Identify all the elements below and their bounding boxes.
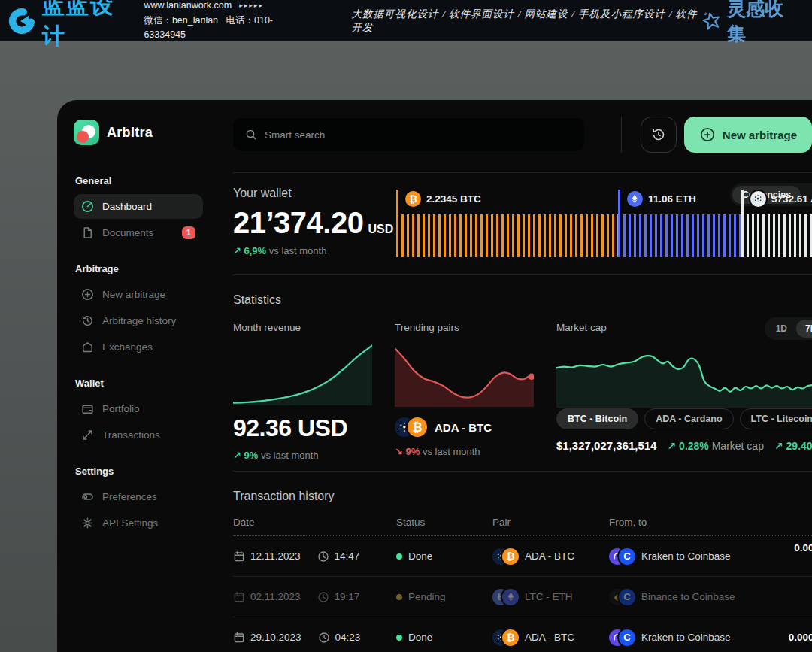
- coin-pill-ada[interactable]: ADA - Cardano: [644, 408, 733, 429]
- btc-coin-icon: ₿: [502, 629, 519, 646]
- transaction-amount: 0.0021: [794, 540, 812, 572]
- new-arbitrage-label: New arbitrage: [723, 129, 797, 141]
- transaction-row[interactable]: 12.11.202314:47Done₿ADA - BTCCKraken to …: [233, 536, 812, 577]
- transaction-date: 29.10.2023: [250, 632, 301, 643]
- main-content: New arbitrage Your wallet 21’374.20USD ↗…: [218, 100, 812, 652]
- sidebar-item-portfolio[interactable]: Portfolio: [74, 396, 203, 421]
- sidebar-item-dashboard[interactable]: Dashboard: [74, 194, 203, 219]
- col-status: Status: [396, 517, 492, 535]
- sidebar-item-label: Preferences: [102, 491, 157, 502]
- route-label: Binance to Coinbase: [641, 591, 735, 602]
- trending-pairs-card: Trending pairs ₿ ADA - BTC ↘ 9% vs last …: [395, 322, 534, 457]
- wallet-icon: [81, 402, 94, 415]
- lanlan-logo-icon: [8, 6, 36, 36]
- banner-contact: www.lanlanwork.com ▸▸▸▸▸ 微信：ben_lanlan 电…: [144, 0, 306, 43]
- wallet-title: Your wallet: [233, 187, 292, 200]
- status-dot: [396, 553, 402, 560]
- market-cap-stats: $1,327,027,361,514 ↗ 0.28% Market cap ↗ …: [556, 439, 812, 452]
- status-label: Done: [408, 632, 432, 643]
- sidebar-item-preferences[interactable]: Preferences: [74, 484, 203, 509]
- col-from-to: From, to: [609, 517, 752, 535]
- pair-icons: ₿: [395, 417, 427, 437]
- inspiration-collect-button[interactable]: 灵感收集: [701, 0, 798, 46]
- clock-icon: [317, 591, 329, 603]
- col-date: Date: [233, 517, 396, 535]
- sidebar-item-label: Exchanges: [102, 341, 153, 353]
- sidebar: Arbitra GeneralDashboardDocuments1Arbitr…: [57, 100, 218, 652]
- status-dot: [396, 635, 402, 641]
- table-header: Date Status Pair From, to: [233, 517, 812, 536]
- status-label: Pending: [408, 591, 446, 602]
- transaction-date: 12.11.2023: [250, 550, 301, 562]
- nav-section-arbitrage: ArbitrageNew arbitrageArbitrage historyE…: [74, 263, 203, 359]
- api-icon: [81, 517, 94, 529]
- month-revenue-change: ↗ 9% vs last month: [233, 450, 372, 461]
- document-icon: [81, 226, 94, 239]
- coinbase-coin-icon: C: [619, 548, 635, 565]
- nav-section-label: Settings: [75, 465, 203, 477]
- coin-pill-ltc[interactable]: LTC - Litecoin: [740, 408, 812, 429]
- range-7d[interactable]: 7D: [796, 320, 812, 338]
- plus-circle-icon: [699, 126, 716, 143]
- search-box[interactable]: [233, 118, 584, 151]
- history-button[interactable]: [641, 117, 677, 153]
- transaction-amount: 0.0000: [789, 629, 812, 646]
- sidebar-item-new-arbitrage[interactable]: New arbitrage: [74, 282, 203, 307]
- status-label: Done: [408, 550, 432, 562]
- pair-label: LTC - ETH: [525, 591, 573, 602]
- range-1d[interactable]: 1D: [767, 320, 796, 338]
- arbitra-logo-icon: [74, 120, 99, 145]
- sidebar-item-label: Transactions: [102, 429, 160, 441]
- transaction-time: 19:17: [335, 591, 360, 602]
- star-icon: [701, 11, 722, 32]
- holding-ticks: [396, 214, 618, 257]
- btc-coin-icon: ₿: [408, 417, 427, 437]
- calendar-icon: [233, 550, 245, 563]
- notification-badge: 1: [182, 226, 195, 239]
- holding-amount: 11.06 ETH: [648, 193, 696, 205]
- sidebar-item-transactions[interactable]: Transactions: [74, 423, 203, 447]
- nav-section-general: GeneralDashboardDocuments1: [74, 175, 203, 245]
- new-arbitrage-button[interactable]: New arbitrage: [684, 117, 812, 153]
- route-label: Kraken to Coinbase: [641, 550, 731, 562]
- transaction-row[interactable]: 29.10.202304:23Done₿ADA - BTCCKraken to …: [233, 617, 812, 652]
- btc-coin-icon: ₿: [502, 548, 519, 565]
- coinbase-coin-icon: C: [619, 629, 635, 646]
- market-cap-change: ↗ 0.28% Market cap: [667, 440, 763, 452]
- sidebar-item-exchanges[interactable]: Exchanges: [74, 335, 203, 359]
- nav-section-label: Arbitrage: [75, 263, 203, 274]
- holding-segment-ada: 5732.61 ADA: [741, 190, 812, 257]
- holding-amount: 2.2345 BTC: [426, 193, 481, 205]
- wallet-currency: USD: [368, 223, 393, 235]
- month-revenue-card: Month revenue 92.36 USD ↗ 9% vs last mon…: [233, 322, 372, 461]
- coinbase-coin-icon: C: [619, 589, 635, 605]
- route-label: Kraken to Coinbase: [641, 632, 731, 643]
- sidebar-item-label: New arbitrage: [102, 289, 165, 300]
- search-input[interactable]: [265, 129, 572, 141]
- month-revenue-value: 92.36 USD: [233, 414, 372, 442]
- market-cap-pills: BTC - BitcoinADA - CardanoLTC - Litecoin…: [556, 408, 812, 429]
- coin-pill-btc[interactable]: BTC - Bitcoin: [556, 408, 638, 429]
- lanlan-logo-text: 蓝蓝设计: [42, 0, 133, 52]
- eth-coin-icon: [627, 191, 643, 207]
- month-revenue-chart: [233, 344, 372, 405]
- clock-icon: [318, 632, 330, 644]
- calendar-icon: [233, 591, 245, 603]
- dashboard-icon: [81, 200, 94, 213]
- pair-label: ADA - BTC: [525, 550, 574, 562]
- sidebar-item-label: Portfolio: [102, 403, 140, 414]
- search-icon: [245, 129, 257, 141]
- transaction-history-section: Transaction history Date Status Pair Fro…: [218, 490, 812, 652]
- plus-circle-icon: [81, 288, 94, 301]
- sidebar-item-documents[interactable]: Documents1: [74, 220, 203, 245]
- sidebar-item-api-settings[interactable]: API Settings: [74, 511, 203, 535]
- transaction-row[interactable]: 02.11.202319:17PendingŁLTC - ETH◆CBinanc…: [233, 577, 812, 617]
- sidebar-item-arbitrage-history[interactable]: Arbitrage history: [74, 308, 203, 333]
- banner-wechat: 微信：ben_lanlan: [144, 15, 218, 26]
- transfer-icon: [81, 429, 94, 441]
- nav-section-label: Wallet: [75, 378, 203, 389]
- pair-label: ADA - BTC: [525, 632, 574, 643]
- calendar-icon: [233, 632, 245, 644]
- market-cap-value: $1,327,027,361,514: [556, 439, 656, 452]
- trending-pairs-change: ↘ 9% vs last month: [395, 446, 534, 457]
